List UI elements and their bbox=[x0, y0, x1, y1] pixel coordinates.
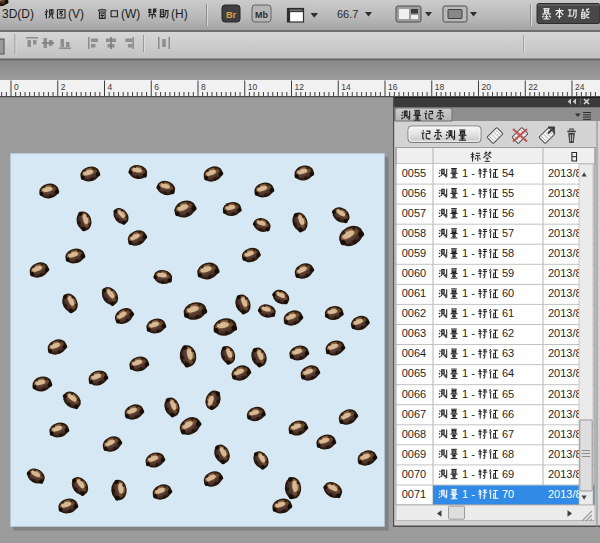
svg-text:4: 4 bbox=[108, 82, 113, 92]
svg-text:54: 54 bbox=[502, 167, 514, 179]
svg-text:2013/8: 2013/8 bbox=[548, 367, 582, 379]
svg-text:2013/8: 2013/8 bbox=[548, 327, 582, 339]
svg-text:58: 58 bbox=[502, 247, 514, 259]
svg-text:64: 64 bbox=[502, 367, 514, 379]
svg-text:1 -: 1 - bbox=[462, 267, 475, 279]
svg-text:0058: 0058 bbox=[402, 227, 426, 239]
svg-text:6: 6 bbox=[154, 82, 159, 92]
svg-text:2013/8: 2013/8 bbox=[548, 247, 582, 259]
svg-text:(W): (W) bbox=[121, 7, 140, 21]
svg-text:2013/8: 2013/8 bbox=[548, 267, 582, 279]
svg-text:10: 10 bbox=[248, 82, 258, 92]
svg-text:1 -: 1 - bbox=[462, 287, 475, 299]
svg-text:1 -: 1 - bbox=[462, 167, 475, 179]
svg-text:63: 63 bbox=[502, 347, 514, 359]
svg-text:67: 67 bbox=[502, 428, 514, 440]
svg-text:70: 70 bbox=[502, 488, 514, 500]
svg-text:61: 61 bbox=[502, 307, 514, 319]
svg-text:2: 2 bbox=[61, 82, 66, 92]
svg-text:2013/8: 2013/8 bbox=[548, 307, 582, 319]
svg-text:2013/8: 2013/8 bbox=[548, 207, 582, 219]
svg-text:0056: 0056 bbox=[402, 187, 426, 199]
svg-text:60: 60 bbox=[502, 287, 514, 299]
svg-text:Mb: Mb bbox=[255, 10, 268, 20]
svg-text:2013/8: 2013/8 bbox=[548, 187, 582, 199]
svg-text:0065: 0065 bbox=[402, 367, 426, 379]
svg-text:1 -: 1 - bbox=[462, 388, 475, 400]
svg-text:66: 66 bbox=[502, 408, 514, 420]
svg-text:2013/8: 2013/8 bbox=[548, 347, 582, 359]
svg-text:16: 16 bbox=[388, 82, 398, 92]
svg-text:1 -: 1 - bbox=[462, 307, 475, 319]
svg-text:55: 55 bbox=[502, 187, 514, 199]
svg-text:1 -: 1 - bbox=[462, 327, 475, 339]
svg-text:2013/8: 2013/8 bbox=[548, 287, 582, 299]
svg-text:20: 20 bbox=[482, 82, 492, 92]
svg-text:3D(D): 3D(D) bbox=[2, 7, 34, 21]
svg-text:0059: 0059 bbox=[402, 247, 426, 259]
svg-text:1 -: 1 - bbox=[462, 468, 475, 480]
svg-text:2013/8: 2013/8 bbox=[548, 468, 582, 480]
svg-text:1 -: 1 - bbox=[462, 347, 475, 359]
svg-text:1 -: 1 - bbox=[462, 448, 475, 460]
svg-text:Br: Br bbox=[226, 10, 236, 20]
svg-text:59: 59 bbox=[502, 267, 514, 279]
svg-text:65: 65 bbox=[502, 388, 514, 400]
svg-text:0: 0 bbox=[14, 82, 19, 92]
svg-text:2013/8: 2013/8 bbox=[548, 227, 582, 239]
svg-text:0064: 0064 bbox=[402, 347, 426, 359]
svg-text:2013/8: 2013/8 bbox=[548, 428, 582, 440]
svg-text:0063: 0063 bbox=[402, 327, 426, 339]
svg-text:0069: 0069 bbox=[402, 448, 426, 460]
svg-text:2013/8: 2013/8 bbox=[548, 408, 582, 420]
svg-text:0057: 0057 bbox=[402, 207, 426, 219]
svg-text:69: 69 bbox=[502, 468, 514, 480]
svg-text:2013/8: 2013/8 bbox=[548, 388, 582, 400]
svg-text:0071: 0071 bbox=[402, 488, 426, 500]
svg-text:18: 18 bbox=[435, 82, 445, 92]
svg-text:2013/8: 2013/8 bbox=[548, 448, 582, 460]
svg-text:2013/8: 2013/8 bbox=[548, 488, 582, 500]
svg-text:8: 8 bbox=[201, 82, 206, 92]
svg-text:1 -: 1 - bbox=[462, 408, 475, 420]
svg-text:(H): (H) bbox=[171, 7, 188, 21]
svg-text:1 -: 1 - bbox=[462, 187, 475, 199]
svg-text:0068: 0068 bbox=[402, 428, 426, 440]
svg-text:1 -: 1 - bbox=[462, 207, 475, 219]
svg-text:0070: 0070 bbox=[402, 468, 426, 480]
svg-text:1 -: 1 - bbox=[462, 488, 475, 500]
svg-text:0067: 0067 bbox=[402, 408, 426, 420]
svg-text:57: 57 bbox=[502, 227, 514, 239]
svg-text:0066: 0066 bbox=[402, 388, 426, 400]
svg-text:24: 24 bbox=[575, 82, 585, 92]
svg-text:66.7: 66.7 bbox=[337, 8, 358, 20]
svg-text:0062: 0062 bbox=[402, 307, 426, 319]
svg-text:22: 22 bbox=[528, 82, 538, 92]
svg-text:68: 68 bbox=[502, 448, 514, 460]
svg-text:1 -: 1 - bbox=[462, 367, 475, 379]
svg-text:1 -: 1 - bbox=[462, 247, 475, 259]
svg-text:2013/8: 2013/8 bbox=[548, 167, 582, 179]
svg-text:62: 62 bbox=[502, 327, 514, 339]
svg-text:56: 56 bbox=[502, 207, 514, 219]
svg-text:(V): (V) bbox=[68, 7, 84, 21]
svg-text:1 -: 1 - bbox=[462, 227, 475, 239]
svg-text:12: 12 bbox=[295, 82, 305, 92]
svg-text:1 -: 1 - bbox=[462, 428, 475, 440]
svg-text:0060: 0060 bbox=[402, 267, 426, 279]
svg-text:0055: 0055 bbox=[402, 167, 426, 179]
svg-text:0061: 0061 bbox=[402, 287, 426, 299]
svg-text:14: 14 bbox=[341, 82, 351, 92]
